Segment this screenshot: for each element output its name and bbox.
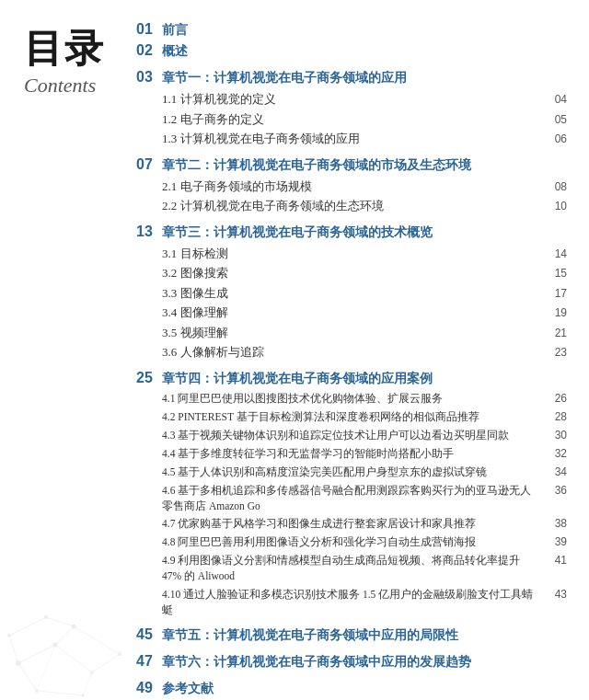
toc-chapter-07: 07 章节二：计算机视觉在电子商务领域的市场及生态环境 — [136, 155, 567, 175]
toc-text-02: 概述 — [162, 41, 567, 61]
toc-item-02: 02 概述 — [136, 41, 567, 61]
toc-num-03: 03 — [136, 69, 162, 86]
svg-line-19 — [37, 645, 55, 691]
toc-chapter-45: 45 章节五：计算机视觉在电子商务领域中应用的局限性 — [136, 625, 567, 645]
toc-item-3-4: 3.4 图像理解 19 — [136, 304, 567, 322]
toc-sub-text: 4.10 通过人脸验证和多模态识别技术服务 1.5 亿用户的金融级刷脸支付工具蜻… — [162, 587, 541, 619]
toc-sub-text: 3.1 目标检测 — [162, 245, 541, 263]
toc-item-4-4: 4.4 基于多维度转征学习和无监督学习的智能时尚搭配小助手 32 — [136, 446, 567, 463]
toc-chapter-25: 25 章节四：计算机视觉在电子商务领域的应用案例 — [136, 369, 567, 388]
toc-num-01: 01 — [136, 21, 162, 38]
svg-line-20 — [83, 672, 92, 695]
toc-item-3-2: 3.2 图像搜索 15 — [136, 264, 567, 282]
toc-item-3-3: 3.3 图像生成 17 — [136, 284, 567, 303]
toc-num-07: 07 — [136, 156, 162, 173]
svg-line-18 — [9, 636, 18, 663]
toc-page: 43 — [541, 588, 567, 601]
toc-item-1-3: 1.3 计算机视觉在电子商务领域的应用 06 — [136, 130, 567, 148]
toc-chapter-13: 13 章节三：计算机视觉在电子商务领域的技术概览 — [136, 223, 567, 242]
toc-chapter-03: 03 章节一：计算机视觉在电子商务领域的应用 — [136, 68, 567, 87]
toc-main: 01 前言 02 概述 03 章节一：计算机视觉在电子商务领域的应用 1.1 计… — [136, 0, 589, 700]
toc-page: 08 — [541, 180, 567, 193]
toc-text-45: 章节五：计算机视觉在电子商务领域中应用的局限性 — [162, 625, 567, 645]
toc-page: 38 — [541, 517, 567, 530]
toc-item-4-6: 4.6 基于多相机追踪和多传感器信号融合配用测跟踪客购买行为的亚马逊无人零售商店… — [136, 483, 567, 515]
toc-item-4-9: 4.9 利用图像语义分割和情感模型自动生成商品短视频、将商品转化率提升 47% … — [136, 553, 567, 585]
page-container: 目录 Contents — [0, 0, 589, 700]
title-english: Contents — [24, 74, 136, 98]
toc-page: 21 — [541, 327, 567, 339]
toc-num-13: 13 — [136, 224, 162, 240]
toc-page: 04 — [541, 93, 567, 106]
svg-line-11 — [18, 663, 37, 691]
toc-sub-text: 4.6 基于多相机追踪和多传感器信号融合配用测跟踪客购买行为的亚马逊无人零售商店… — [162, 483, 541, 515]
toc-sub-text: 1.3 计算机视觉在电子商务领域的应用 — [162, 130, 541, 148]
decorative-network — [0, 516, 147, 700]
toc-item-1-2: 1.2 电子商务的定义 05 — [136, 110, 567, 129]
toc-sub-text: 4.4 基于多维度转征学习和无监督学习的智能时尚搭配小助手 — [162, 446, 541, 462]
toc-sub-text: 2.1 电子商务领域的市场规模 — [162, 178, 541, 196]
toc-item-4-10: 4.10 通过人脸验证和多模态识别技术服务 1.5 亿用户的金融级刷脸支付工具蜻… — [136, 587, 567, 619]
toc-page: 14 — [541, 247, 567, 260]
toc-num-25: 25 — [136, 370, 162, 386]
toc-sub-text: 3.6 人像解析与追踪 — [162, 343, 541, 361]
toc-sub-text: 4.8 阿里巴巴善用利用图像语义分析和强化学习自动生成营销海报 — [162, 534, 541, 550]
toc-num-02: 02 — [136, 42, 162, 59]
title-chinese: 目录 — [24, 28, 136, 70]
toc-sub-text: 1.1 计算机视觉的定义 — [162, 90, 541, 109]
toc-page: 39 — [541, 535, 567, 548]
toc-sub-text: 3.5 视频理解 — [162, 324, 541, 342]
sidebar: 目录 Contents — [0, 0, 136, 700]
toc-text-47: 章节六：计算机视觉在电子商务领域中应用的发展趋势 — [162, 652, 567, 671]
toc-sub-text: 3.3 图像生成 — [162, 284, 541, 303]
toc-sub-text: 3.2 图像搜索 — [162, 264, 541, 282]
toc-item-4-1: 4.1 阿里巴巴使用以图搜图技术优化购物体验、扩展云服务 26 — [136, 391, 567, 407]
toc-item-4-5: 4.5 基于人体识别和高精度渲染完美匹配用户身型京东的虚拟试穿镜 34 — [136, 465, 567, 481]
toc-text-07: 章节二：计算机视觉在电子商务领域的市场及生态环境 — [162, 155, 567, 175]
toc-text-03: 章节一：计算机视觉在电子商务领域的应用 — [162, 68, 567, 87]
toc-item-4-7: 4.7 优家购基于风格学习和图像生成进行整套家居设计和家具推荐 38 — [136, 516, 567, 533]
toc-sub-text: 4.1 阿里巴巴使用以图搜图技术优化购物体验、扩展云服务 — [162, 391, 541, 407]
toc-sub-text: 2.2 计算机视觉在电子商务领域的生态环境 — [162, 197, 541, 215]
svg-line-13 — [92, 654, 120, 672]
svg-line-15 — [46, 617, 74, 626]
svg-line-17 — [37, 691, 83, 695]
toc-page: 32 — [541, 447, 567, 460]
toc-page: 10 — [541, 200, 567, 212]
toc-page: 19 — [541, 306, 567, 319]
toc-sub-text: 4.9 利用图像语义分割和情感模型自动生成商品短视频、将商品转化率提升 47% … — [162, 553, 541, 585]
toc-page: 30 — [541, 429, 567, 442]
toc-item-4-3: 4.3 基于视频关键物体识别和追踪定位技术让用户可以边看边买明星同款 30 — [136, 428, 567, 444]
toc-chapter-47: 47 章节六：计算机视觉在电子商务领域中应用的发展趋势 — [136, 652, 567, 671]
toc-text-01: 前言 — [162, 20, 567, 40]
toc-sub-text: 4.3 基于视频关键物体识别和追踪定位技术让用户可以边看边买明星同款 — [162, 428, 541, 443]
toc-item-3-1: 3.1 目标检测 14 — [136, 245, 567, 263]
toc-item-3-6: 3.6 人像解析与追踪 23 — [136, 343, 567, 361]
toc-page: 34 — [541, 465, 567, 478]
toc-item-2-1: 2.1 电子商务领域的市场规模 08 — [136, 178, 567, 196]
svg-line-10 — [55, 645, 92, 672]
toc-item-4-8: 4.8 阿里巴巴善用利用图像语义分析和强化学习自动生成营销海报 39 — [136, 534, 567, 551]
toc-item-1-1: 1.1 计算机视觉的定义 04 — [136, 90, 567, 109]
svg-line-12 — [55, 626, 74, 645]
toc-item-3-5: 3.5 视频理解 21 — [136, 324, 567, 342]
toc-item-49: 49 参考文献 — [136, 679, 567, 698]
toc-sub-text: 4.2 PINTEREST 基于目标检测算法和深度卷积网络的相似商品推荐 — [162, 409, 541, 425]
toc-text-13: 章节三：计算机视觉在电子商务领域的技术概览 — [162, 223, 567, 242]
toc-page: 28 — [541, 410, 567, 423]
toc-page: 15 — [541, 267, 567, 280]
toc-item-4-2: 4.2 PINTEREST 基于目标检测算法和深度卷积网络的相似商品推荐 28 — [136, 409, 567, 426]
toc-text-49: 参考文献 — [162, 679, 567, 698]
toc-sub-text: 4.5 基于人体识别和高精度渲染完美匹配用户身型京东的虚拟试穿镜 — [162, 465, 541, 480]
toc-page: 36 — [541, 484, 567, 497]
toc-item-2-2: 2.2 计算机视觉在电子商务领域的生态环境 10 — [136, 197, 567, 215]
toc-page: 05 — [541, 113, 567, 126]
toc-sub-text: 1.2 电子商务的定义 — [162, 110, 541, 129]
toc-page: 06 — [541, 132, 567, 145]
svg-line-16 — [74, 626, 120, 654]
toc-page: 17 — [541, 287, 567, 300]
toc-sub-text: 4.7 优家购基于风格学习和图像生成进行整套家居设计和家具推荐 — [162, 516, 541, 532]
toc-page: 26 — [541, 392, 567, 405]
toc-item-01: 01 前言 — [136, 20, 567, 40]
svg-line-9 — [18, 645, 55, 663]
